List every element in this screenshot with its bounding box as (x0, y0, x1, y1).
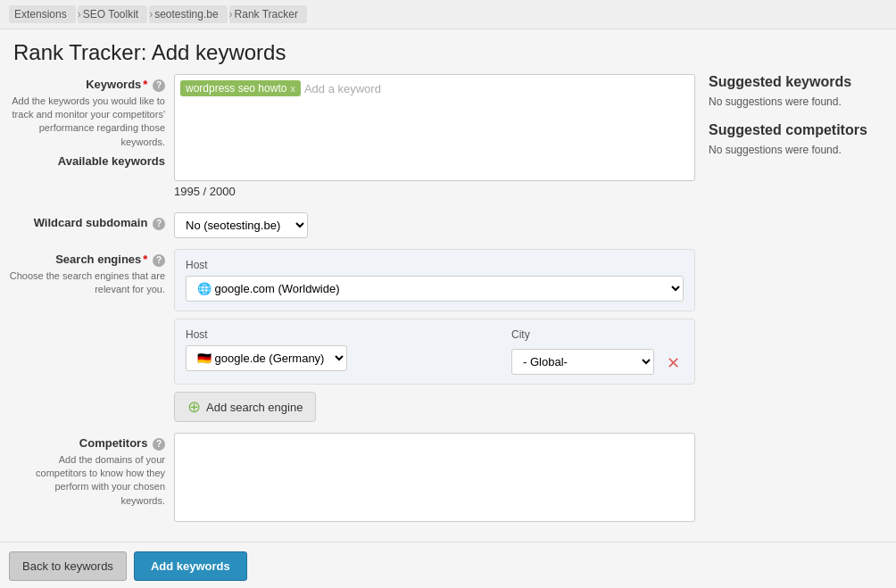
suggested-competitors-title: Suggested competitors (709, 122, 887, 138)
keyword-tag: wordpress seo howto x (180, 80, 301, 96)
wildcard-help-icon[interactable]: ? (153, 218, 165, 230)
search-engine-block-2: Host 🇩🇪 google.de (Germany) City - Globa… (174, 319, 695, 385)
keyword-add-placeholder: Add a keyword (304, 80, 381, 98)
breadcrumb: Extensions SEO Toolkit seotesting.be Ran… (0, 0, 896, 29)
breadcrumb-rank-tracker[interactable]: Rank Tracker (229, 5, 307, 23)
page-title: Rank Tracker: Add keywords (0, 29, 896, 74)
competitors-label: Competitors ? (9, 436, 165, 451)
search-engines-label: Search engines* ? (9, 253, 165, 267)
competitors-help-text: Add the domains of your competitors to k… (9, 453, 165, 509)
competitors-input-area[interactable] (174, 433, 695, 522)
wildcard-label: Wildcard subdomain ? (9, 216, 165, 230)
available-keywords-label: Available keywords (58, 154, 165, 168)
suggested-keywords-title: Suggested keywords (709, 74, 887, 90)
suggested-competitors-text: No suggestions were found. (709, 144, 887, 156)
remove-engine-2-button[interactable]: ✕ (663, 353, 684, 373)
host-select-2[interactable]: 🇩🇪 google.de (Germany) (186, 345, 347, 371)
keyword-tag-remove[interactable]: x (290, 83, 295, 94)
keywords-input-area[interactable]: wordpress seo howto x Add a keyword (174, 74, 695, 181)
host-label-2: Host (186, 328, 502, 341)
city-label-2: City (511, 328, 654, 341)
host-select-1[interactable]: 🌐 google.com (Worldwide) (186, 276, 684, 302)
city-select-2[interactable]: - Global- (511, 349, 654, 375)
add-search-engine-button[interactable]: ⊕ Add search engine (174, 392, 316, 422)
search-engines-help-text: Choose the search engines that are relev… (9, 269, 165, 297)
search-engines-help-icon[interactable]: ? (153, 254, 165, 267)
wildcard-select[interactable]: No (seotesting.be) Yes (174, 212, 308, 238)
footer-bar: Back to keywords Add keywords (0, 542, 896, 588)
suggested-keywords-text: No suggestions were found. (709, 95, 887, 108)
search-engine-block-1: Host 🌐 google.com (Worldwide) (174, 249, 695, 311)
breadcrumb-extensions[interactable]: Extensions (9, 5, 76, 23)
keywords-label: Keywords* ? (9, 78, 165, 92)
required-star: * (143, 78, 147, 91)
keyword-tag-text: wordpress seo howto (186, 82, 286, 95)
breadcrumb-seo-toolkit[interactable]: SEO Toolkit (78, 5, 147, 23)
keyword-count: 1995 / 2000 (174, 185, 695, 198)
search-engines-required: * (143, 253, 147, 266)
add-search-engine-label: Add search engine (206, 401, 303, 414)
breadcrumb-seotesting[interactable]: seotesting.be (149, 5, 227, 23)
host-label-1: Host (186, 259, 684, 271)
add-keywords-button[interactable]: Add keywords (134, 551, 247, 581)
competitors-help-icon[interactable]: ? (153, 438, 165, 451)
back-to-keywords-button[interactable]: Back to keywords (9, 551, 127, 581)
keywords-help-icon[interactable]: ? (153, 79, 165, 92)
add-search-engine-icon: ⊕ (187, 399, 201, 415)
keywords-help-text: Add the keywords you would like to track… (9, 95, 165, 150)
